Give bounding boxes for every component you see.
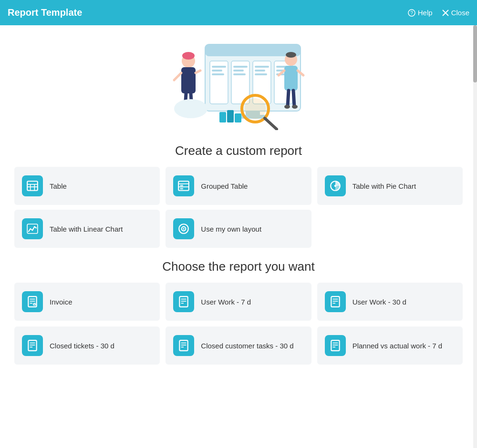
svg-rect-32 <box>181 67 196 93</box>
svg-point-48 <box>174 99 207 118</box>
svg-rect-49 <box>27 181 38 191</box>
own-layout-icon <box>177 223 190 235</box>
invoice-icon-box: $ <box>22 291 43 312</box>
svg-rect-83 <box>180 340 188 351</box>
invoice-icon: $ <box>26 295 39 308</box>
hero-illustration <box>14 25 463 135</box>
report-invoice[interactable]: $ Invoice <box>14 283 160 321</box>
user-work-7d-icon-box <box>173 291 194 312</box>
template-own-layout-label: Use my own layout <box>201 225 261 233</box>
close-icon <box>442 10 449 16</box>
scrollbar-track <box>473 25 477 448</box>
planned-vs-actual-icon <box>329 339 342 352</box>
report-closed-customer-tasks-30d[interactable]: Closed customer tasks - 30 d <box>166 326 311 365</box>
template-table[interactable]: Table <box>14 167 160 205</box>
own-layout-icon-box <box>173 218 194 239</box>
svg-rect-79 <box>28 340 36 351</box>
svg-line-33 <box>174 73 181 80</box>
svg-rect-58 <box>180 188 184 189</box>
svg-point-64 <box>183 228 185 229</box>
templates-row2: Table with Linear Chart Use my own layou… <box>14 210 463 248</box>
template-own-layout[interactable]: Use my own layout <box>166 210 311 248</box>
report-user-work-7d[interactable]: User Work - 7 d <box>166 283 311 321</box>
report-user-work-30d-label: User Work - 30 d <box>353 298 406 306</box>
svg-rect-27 <box>219 112 226 122</box>
report-planned-vs-actual-label: Planned vs actual work - 7 d <box>353 342 442 350</box>
svg-rect-18 <box>255 73 267 75</box>
report-invoice-label: Invoice <box>50 298 73 306</box>
main-content: Create a custom report Table <box>0 25 477 448</box>
user-work-7d-icon <box>177 295 190 308</box>
linear-chart-icon-box <box>22 218 43 239</box>
svg-point-60 <box>334 185 336 187</box>
svg-rect-29 <box>235 113 241 122</box>
scrollbar-thumb[interactable] <box>473 25 477 82</box>
svg-rect-11 <box>212 70 222 71</box>
svg-line-34 <box>196 71 200 73</box>
pie-chart-icon <box>329 180 342 192</box>
report-planned-vs-actual-7d[interactable]: Planned vs actual work - 7 d <box>317 326 463 365</box>
svg-point-47 <box>292 105 298 109</box>
template-grouped-table-label: Grouped Table <box>201 182 248 190</box>
template-grouped-table[interactable]: Grouped Table <box>166 167 311 205</box>
grouped-table-icon-box <box>173 175 194 196</box>
empty-cell <box>317 210 463 248</box>
closed-tickets-icon <box>26 339 39 352</box>
svg-line-44 <box>288 91 289 106</box>
grouped-table-icon <box>177 180 190 192</box>
svg-rect-12 <box>212 73 224 75</box>
report-closed-tickets-30d[interactable]: Closed tickets - 30 d <box>14 326 160 365</box>
header-actions: ? Help Close <box>408 9 469 17</box>
closed-tickets-icon-box <box>22 335 43 356</box>
help-icon: ? <box>408 9 415 17</box>
create-section-title: Create a custom report <box>14 143 463 158</box>
svg-rect-57 <box>180 185 184 186</box>
closed-customer-tasks-icon <box>177 339 190 352</box>
svg-point-25 <box>245 98 266 119</box>
svg-point-40 <box>286 52 296 58</box>
linear-chart-icon <box>26 223 39 235</box>
planned-vs-actual-icon-box <box>325 335 346 356</box>
svg-rect-28 <box>227 110 234 122</box>
table-icon-box <box>22 175 43 196</box>
svg-rect-10 <box>212 66 226 68</box>
illustration-svg <box>162 35 315 130</box>
help-button[interactable]: ? Help <box>408 9 433 17</box>
template-linear-chart[interactable]: Table with Linear Chart <box>14 210 160 248</box>
user-work-30d-icon <box>329 295 342 308</box>
table-icon <box>26 180 39 192</box>
report-user-work-7d-label: User Work - 7 d <box>201 298 251 306</box>
close-button[interactable]: Close <box>442 9 469 17</box>
svg-rect-54 <box>178 181 189 191</box>
choose-section-title: Choose the report you want <box>14 259 463 274</box>
reports-grid: $ Invoice User Work - 7 d <box>14 283 463 365</box>
svg-rect-15 <box>233 73 246 75</box>
svg-rect-87 <box>331 340 339 351</box>
template-table-label: Table <box>50 182 67 190</box>
svg-rect-14 <box>233 70 244 71</box>
svg-point-31 <box>182 52 195 60</box>
svg-line-26 <box>265 118 277 129</box>
templates-row1: Table Grouped Table <box>14 167 463 205</box>
svg-rect-13 <box>233 66 248 68</box>
svg-text:?: ? <box>410 10 413 16</box>
svg-rect-75 <box>331 296 339 307</box>
report-user-work-30d[interactable]: User Work - 30 d <box>317 283 463 321</box>
report-closed-customer-tasks-label: Closed customer tasks - 30 d <box>201 342 293 350</box>
svg-rect-71 <box>180 296 188 307</box>
app-title: Report Template <box>8 7 82 18</box>
closed-customer-tasks-icon-box <box>173 335 194 356</box>
template-pie-chart-label: Table with Pie Chart <box>353 182 416 190</box>
template-linear-chart-label: Table with Linear Chart <box>50 225 123 233</box>
svg-rect-16 <box>255 66 269 68</box>
template-table-pie-chart[interactable]: Table with Pie Chart <box>317 167 463 205</box>
report-closed-tickets-label: Closed tickets - 30 d <box>50 342 114 350</box>
header: Report Template ? Help Close <box>0 0 477 25</box>
svg-line-45 <box>293 91 294 106</box>
user-work-30d-icon-box <box>325 291 346 312</box>
svg-rect-41 <box>284 66 298 91</box>
svg-point-46 <box>284 105 290 109</box>
svg-rect-17 <box>255 70 265 71</box>
pie-chart-icon-box <box>325 175 346 196</box>
